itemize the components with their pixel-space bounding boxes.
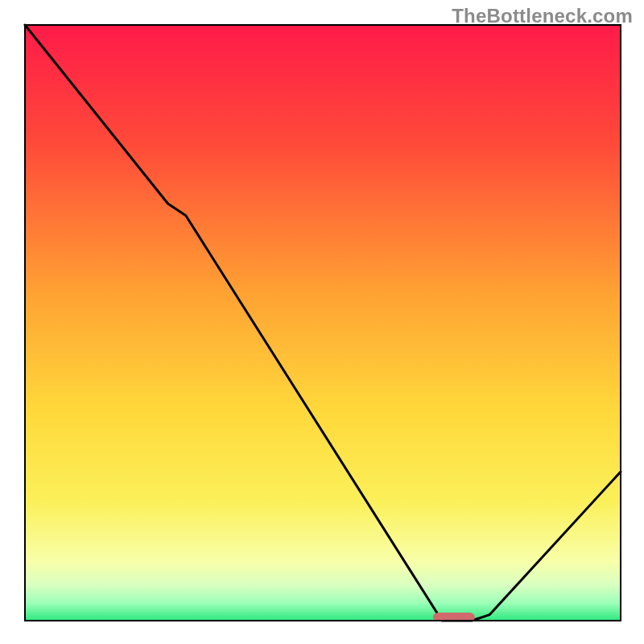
chart-container: TheBottleneck.com	[0, 0, 644, 644]
watermark-text: TheBottleneck.com	[452, 5, 633, 27]
bottleneck-chart	[0, 0, 644, 644]
plot-background	[25, 25, 621, 621]
